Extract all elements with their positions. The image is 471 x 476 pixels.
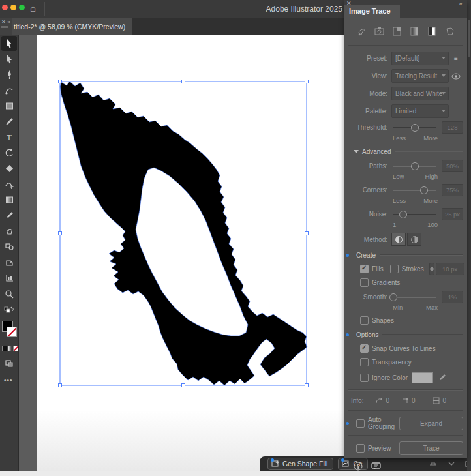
threshold-knob[interactable] — [411, 124, 419, 132]
graph-tool[interactable] — [1, 271, 17, 286]
preset-auto-color-icon[interactable] — [356, 26, 367, 36]
ignore-color-swatch[interactable] — [412, 372, 433, 383]
fills-strokes-row: Fills Strokes 10 px — [344, 262, 467, 276]
selection-tool[interactable] — [1, 36, 17, 51]
selection-handle[interactable] — [305, 384, 309, 387]
curvature-tool[interactable] — [1, 83, 17, 98]
feedback-icon[interactable] — [371, 462, 381, 471]
artboard-tool[interactable] — [1, 255, 17, 270]
swap-fill-stroke-icon[interactable] — [1, 302, 17, 317]
info-icon[interactable] — [354, 462, 363, 471]
corners-slider[interactable] — [393, 186, 436, 194]
paths-knob[interactable] — [411, 162, 419, 170]
eyedropper-icon[interactable] — [438, 374, 446, 382]
gen-shape-fill-icon — [271, 460, 280, 468]
transparency-checkbox[interactable] — [360, 358, 369, 366]
stroke-swatch-none[interactable] — [7, 327, 17, 337]
type-tool[interactable]: T — [1, 130, 17, 145]
preset-outline-icon[interactable] — [444, 26, 455, 36]
palette-dropdown[interactable]: Limited — [391, 104, 449, 118]
mode-dropdown[interactable]: Black and White — [391, 87, 449, 100]
preset-low-color-icon[interactable] — [391, 26, 403, 36]
direct-selection-tool[interactable] — [1, 52, 17, 67]
paintbrush-tool[interactable] — [1, 114, 17, 129]
noise-value[interactable]: 25 px — [442, 208, 463, 220]
close-tools-icon[interactable]: ✕ — [1, 19, 6, 25]
selection-handle[interactable] — [182, 80, 185, 83]
preview-checkbox[interactable] — [356, 444, 365, 453]
gradients-checkbox[interactable] — [360, 278, 369, 287]
eraser-tool[interactable] — [1, 161, 17, 176]
noise-knob[interactable] — [399, 211, 407, 218]
view-value: Tracing Result — [395, 72, 437, 80]
selection-handle[interactable] — [59, 384, 62, 387]
stroke-width-stepper[interactable] — [429, 263, 434, 275]
preset-dropdown[interactable]: [Default] — [391, 52, 449, 65]
stroke-width-value[interactable]: 10 px — [436, 263, 464, 275]
zoom-window-button[interactable] — [19, 5, 25, 10]
corners-value[interactable]: 75% — [442, 184, 463, 196]
gen-shape-fill-button[interactable]: Gen Shape Fill — [267, 458, 333, 470]
close-window-button[interactable] — [2, 5, 8, 10]
selection-handle[interactable] — [305, 80, 309, 83]
eyedropper-tool[interactable] — [1, 208, 17, 223]
more-tools-icon[interactable]: ••• — [4, 377, 18, 384]
divider — [348, 45, 463, 46]
traced-shape[interactable] — [60, 82, 307, 385]
selection-handle[interactable] — [59, 80, 62, 83]
home-icon[interactable]: ⌂ — [30, 3, 36, 14]
corners-knob[interactable] — [420, 186, 428, 194]
color-mode-color[interactable] — [2, 346, 7, 351]
noise-slider[interactable] — [393, 211, 436, 218]
gradients-row: Gradients — [344, 276, 467, 290]
auto-grouping-checkbox[interactable] — [356, 419, 365, 428]
threshold-value[interactable]: 128 — [442, 121, 463, 134]
draw-normal-mode[interactable] — [1, 355, 17, 370]
smooth-knob[interactable] — [389, 293, 397, 301]
hand-tool[interactable] — [1, 224, 17, 239]
preset-grayscale-icon[interactable] — [409, 26, 420, 36]
shaper-tool[interactable] — [1, 177, 17, 192]
paths-slider[interactable] — [393, 162, 436, 170]
strokes-checkbox[interactable] — [390, 265, 399, 273]
smooth-value[interactable]: 1% — [442, 291, 463, 303]
shapes-checkbox[interactable] — [360, 316, 369, 325]
color-mode-none[interactable] — [13, 346, 18, 351]
tools-drag-grip[interactable] — [1, 26, 9, 28]
rotate-tool[interactable] — [1, 145, 17, 160]
expand-button[interactable]: Expand — [399, 417, 463, 430]
minimize-window-button[interactable] — [10, 5, 16, 10]
smooth-slider[interactable] — [393, 293, 436, 301]
method-overlapping-button[interactable] — [407, 233, 421, 246]
snap-curves-checkbox[interactable] — [360, 344, 369, 353]
preset-high-color-icon[interactable] — [374, 26, 385, 36]
disclosure-triangle-icon[interactable] — [354, 150, 359, 153]
advanced-section-header[interactable]: Advanced — [344, 144, 467, 158]
threshold-slider[interactable] — [393, 124, 436, 131]
gradient-tool[interactable] — [1, 192, 17, 207]
document-tab[interactable]: titled-2* @ 58,09 % (CMYK/Preview) — [12, 18, 132, 35]
paths-value[interactable]: 50% — [442, 160, 463, 172]
panel-tab-image-trace[interactable]: Image Trace — [344, 5, 400, 18]
selection-handle[interactable] — [182, 384, 185, 387]
pen-tool[interactable] — [1, 67, 17, 82]
fill-stroke-swatches[interactable] — [1, 321, 18, 343]
preset-menu-icon[interactable]: ≡ — [449, 55, 463, 62]
view-eye-icon[interactable] — [449, 73, 463, 80]
fills-checkbox[interactable] — [360, 265, 369, 273]
color-mode-gradient[interactable] — [8, 346, 13, 351]
view-dropdown[interactable]: Tracing Result — [391, 69, 449, 83]
zoom-tool[interactable] — [1, 286, 17, 301]
ignore-color-checkbox[interactable] — [360, 374, 369, 382]
trace-button[interactable]: Trace — [399, 441, 463, 455]
selection-handle[interactable] — [59, 232, 62, 235]
collapse-panels-icon[interactable]: « — [459, 1, 463, 7]
preset-black-white-icon[interactable] — [427, 26, 438, 36]
symbols-tool[interactable] — [1, 239, 17, 254]
dock-scrollbar-thumb[interactable] — [468, 20, 470, 57]
canvas-area[interactable] — [18, 35, 344, 476]
method-abutting-button[interactable] — [391, 233, 406, 246]
collapse-tools-icon[interactable]: » — [8, 19, 10, 25]
rectangle-tool[interactable] — [1, 98, 17, 113]
selection-handle[interactable] — [305, 232, 309, 235]
